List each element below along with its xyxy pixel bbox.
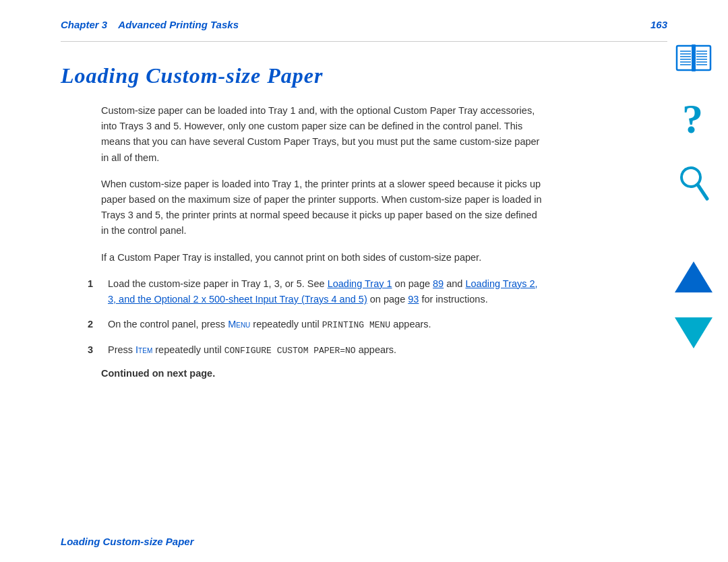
header-divider	[61, 41, 667, 42]
list-content-1: Load the custom-size paper in Tray 1, 3,…	[108, 276, 546, 307]
page-number: 163	[650, 19, 667, 30]
continued-text: Continued on next page.	[61, 368, 546, 379]
svg-marker-19	[675, 317, 712, 348]
list-item-2: 2 On the control panel, press Menu repea…	[88, 317, 546, 333]
list-content-2: On the control panel, press Menu repeate…	[108, 317, 546, 333]
list-item-3: 3 Press Item repeatedly until CONFIGURE …	[88, 342, 546, 358]
book-icon[interactable]	[674, 40, 713, 77]
page-header: Chapter 3 Advanced Printing Tasks 163	[0, 0, 728, 37]
paragraph-2: When custom-size paper is loaded into Tr…	[61, 177, 546, 239]
svg-line-17	[698, 185, 707, 199]
svg-rect-1	[694, 46, 710, 70]
numbered-list: 1 Load the custom-size paper in Tray 1, …	[61, 276, 546, 358]
item-keyword: Item	[135, 344, 152, 355]
list-item-1: 1 Load the custom-size paper in Tray 1, …	[88, 276, 546, 307]
menu-keyword: Menu	[228, 319, 250, 330]
paragraph-1: Custom-size paper can be loaded into Tra…	[61, 103, 546, 166]
list-number-1: 1	[88, 276, 108, 307]
link-page-89[interactable]: 89	[433, 278, 444, 289]
printing-menu-code: PRINTING MENU	[322, 320, 390, 330]
link-page-93[interactable]: 93	[408, 294, 419, 305]
page-container: Chapter 3 Advanced Printing Tasks 163 Lo…	[0, 0, 728, 562]
arrow-down-icon[interactable]	[674, 316, 713, 352]
help-icon[interactable]: ?	[679, 98, 708, 144]
svg-rect-0	[677, 46, 693, 70]
page-title: Loading Custom-size Paper	[61, 63, 546, 88]
chapter-label: Chapter 3 Advanced Printing Tasks	[61, 19, 239, 30]
svg-marker-18	[675, 261, 712, 292]
content-area: Loading Custom-size Paper Custom-size pa…	[0, 51, 607, 392]
chapter-title: Advanced Printing Tasks	[118, 19, 239, 30]
sidebar-icons: ?	[674, 40, 713, 352]
link-loading-trays[interactable]: Loading Trays 2, 3, and the Optional 2 x…	[108, 278, 538, 305]
list-number-3: 3	[88, 342, 108, 358]
link-loading-tray1[interactable]: Loading Tray 1	[328, 278, 392, 289]
list-content-3: Press Item repeatedly until CONFIGURE CU…	[108, 342, 546, 358]
arrow-up-icon[interactable]	[674, 260, 713, 296]
footer-label: Loading Custom-size Paper	[61, 536, 194, 547]
search-icon[interactable]	[677, 164, 710, 206]
list-number-2: 2	[88, 317, 108, 333]
svg-text:?: ?	[682, 98, 703, 142]
configure-code: CONFIGURE CUSTOM PAPER=NO	[224, 346, 356, 356]
svg-rect-2	[692, 44, 696, 71]
paragraph-3: If a Custom Paper Tray is installed, you…	[61, 250, 546, 266]
chapter-number: Chapter 3	[61, 19, 107, 30]
